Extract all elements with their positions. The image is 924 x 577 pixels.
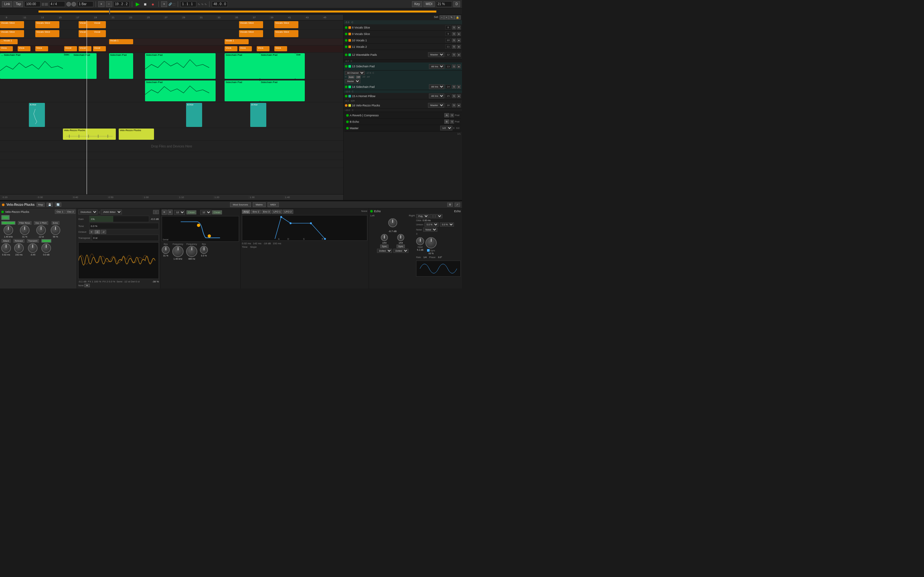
clip-vocals-slice[interactable]: Vocals Slice (35, 30, 59, 37)
master-routing[interactable]: 1/2 (440, 126, 452, 131)
filter2-12-select[interactable]: 12 (200, 210, 212, 215)
clip-sidechain-pad[interactable]: Sidechain Pad (145, 81, 216, 101)
track-list-item-13[interactable]: 13 Sidechain Pad All Ins 13 S ● (344, 63, 462, 71)
transpose-slider[interactable]: 0 st (92, 235, 159, 241)
clip-voca[interactable]: Voca (257, 46, 270, 51)
clean-btn-1[interactable]: Clean (186, 210, 196, 214)
set-lock-btn[interactable]: 🔒 (454, 15, 461, 19)
clip-voca[interactable]: Voca (239, 46, 252, 51)
track-clips[interactable]: Vocals Slice Vocals Slice Vocal Vocal Vo… (0, 29, 343, 38)
track-mute-16[interactable]: ● (457, 103, 461, 107)
track-mute-11[interactable]: ● (457, 45, 461, 49)
track-mute-8[interactable]: ● (457, 26, 461, 29)
clip-hornet[interactable]: A Hor (250, 103, 266, 127)
loop-key-btn[interactable]: + (161, 1, 168, 7)
clip-voca[interactable]: Voca (18, 46, 31, 51)
bpm-display[interactable]: 100.00 (24, 1, 40, 7)
map-button[interactable]: Map (37, 203, 45, 207)
clip-velo-rezzo[interactable]: Velo-Rezzo Plucks (63, 129, 116, 140)
add-button[interactable]: + (98, 1, 105, 7)
env3-tab[interactable]: Env 3 (262, 210, 271, 214)
release-btn[interactable]: Release (13, 239, 24, 243)
clip-vocal[interactable]: Vocal (93, 21, 106, 28)
clip-voca[interactable]: Voca (274, 46, 287, 51)
filter-icon-1[interactable]: ≋ (162, 210, 167, 215)
track-clips[interactable]: ... Sidechain Pad Sidec Sidechain Pad Si… (0, 53, 343, 79)
filter-cutoff-btn[interactable]: Filter Cutoff (1, 221, 15, 225)
mod-sources-tab[interactable]: Mod Sources (230, 202, 251, 207)
clip-vocals-slice[interactable]: Vocals Slice (239, 30, 263, 37)
master-track[interactable]: Master 1/2 0 6.0 (345, 125, 461, 131)
echo-volume-knob[interactable] (388, 218, 397, 227)
track-list-item-16[interactable]: 16 Velo-Rezzo Plucks Master 16 S ● (344, 102, 462, 109)
rate-left-knob[interactable] (381, 234, 388, 241)
return-track-a[interactable]: A Reverb | Compresso A S Post (345, 112, 461, 119)
rate-right-knob[interactable] (397, 234, 404, 241)
link-button[interactable]: Link (2, 1, 12, 7)
track-ins-routing-15[interactable]: All Ins (429, 93, 444, 98)
play-button[interactable]: ▶ (134, 1, 141, 7)
clip-vocals-slice[interactable]: Vocals Slice (0, 21, 24, 28)
clip-vocal[interactable]: Vocal (93, 30, 106, 37)
clip-vocals-slice[interactable]: Vocals Slice (239, 21, 263, 28)
clip-hornet[interactable]: A Hor (29, 103, 45, 127)
filter-cutoff-knob[interactable] (3, 226, 13, 235)
clip-sidec[interactable]: Sidec (63, 53, 73, 79)
clip-side[interactable]: Side (295, 53, 305, 79)
mini-timeline[interactable] (0, 8, 462, 15)
track-clips[interactable]: Vocals Slice Vocals Slice Vocal Vocal Vo… (0, 21, 343, 29)
echo-macro-btn[interactable]: Echo (52, 221, 59, 225)
sync-left-btn[interactable]: Sync (380, 245, 389, 248)
track-solo-16[interactable]: S (452, 103, 456, 107)
track-mute-14[interactable]: ● (457, 85, 461, 89)
return-solo-b[interactable]: S (450, 120, 454, 124)
clip-sidechain-pad[interactable]: Sidechain Pad (260, 53, 295, 79)
track-list-item-12[interactable]: 12 Wavetable Pads Master 12 S ● (344, 50, 462, 60)
track-clips[interactable]: Velo-Rezzo Plucks Velo- (0, 128, 343, 140)
track-list-item-9[interactable]: 9 Vocals Slice 9 S ● (344, 31, 462, 37)
input-knob[interactable] (416, 237, 424, 245)
octave-minus1-btn[interactable]: -1 (94, 230, 100, 234)
track-routing-16[interactable]: Master (428, 103, 444, 108)
track-clips[interactable]: A Hor A Hor A Hor (0, 102, 343, 127)
transient-knob[interactable] (28, 243, 37, 253)
track-list-item-8[interactable]: 8 Vocals Slice 8 S ● (344, 24, 462, 31)
filter-reso-btn[interactable]: Filter Reso (18, 221, 31, 225)
track-ins-routing-14[interactable]: All Ins (429, 84, 444, 89)
minus-button[interactable]: − (106, 1, 112, 7)
inst-collapse-btn[interactable]: ⚙ (447, 203, 453, 207)
clip-vocals-slice[interactable]: Vocals Slice (274, 30, 298, 37)
osc1-tab[interactable]: Osc 1 (55, 210, 65, 214)
sub-button[interactable]: Sub (1, 215, 10, 220)
clip-voca[interactable]: Voca (225, 46, 237, 51)
save-btn[interactable]: 💾 (47, 203, 53, 207)
filter-reso-knob[interactable] (20, 226, 29, 235)
time-sig-display[interactable]: 4 / 4 (49, 1, 65, 7)
transient-btn[interactable]: Transient (27, 239, 39, 243)
return-solo-a[interactable]: S (450, 113, 454, 117)
volume-knob[interactable] (41, 243, 51, 253)
osc2-pitch-knob[interactable] (36, 226, 46, 235)
loop-display[interactable]: 1 Bar (78, 1, 94, 7)
clip-vocals-slice[interactable]: Vocals Slice (0, 30, 24, 37)
clip-sidechain-pad[interactable]: Sidechain Pad (225, 53, 260, 79)
track-solo-8[interactable]: S (452, 26, 456, 29)
lfo2-tab[interactable]: LFO 2 (283, 210, 293, 214)
freq2-knob[interactable] (186, 246, 197, 257)
filter-12-select[interactable]: 12 (174, 210, 185, 215)
track-mute-15[interactable]: ● (457, 94, 461, 98)
clip-sidechain-pad[interactable]: Sidechain Pad (109, 53, 133, 79)
gain-slider[interactable]: 23L (89, 216, 149, 222)
inst-resize-btn[interactable]: ⤢ (455, 203, 460, 207)
clip-sidechain-pad[interactable]: Sidechain Pad (73, 53, 97, 79)
unison2-select[interactable]: 0.0 % (440, 222, 454, 227)
filter-icon-2[interactable]: ≋ (168, 210, 173, 215)
record-button[interactable]: ● (150, 1, 156, 7)
track-mute-10[interactable]: ● (457, 39, 461, 42)
key-button[interactable]: Key (412, 1, 422, 7)
clip-vocal[interactable]: Vocal (93, 46, 106, 51)
off-btn-13[interactable]: Off (356, 76, 360, 79)
clip-vocals-slice[interactable]: Vocals Slice (35, 21, 59, 28)
track-clips[interactable]: Sidechain Pad Sidechain Pad Sidechain Pa… (0, 80, 343, 102)
release-knob[interactable] (14, 243, 24, 253)
